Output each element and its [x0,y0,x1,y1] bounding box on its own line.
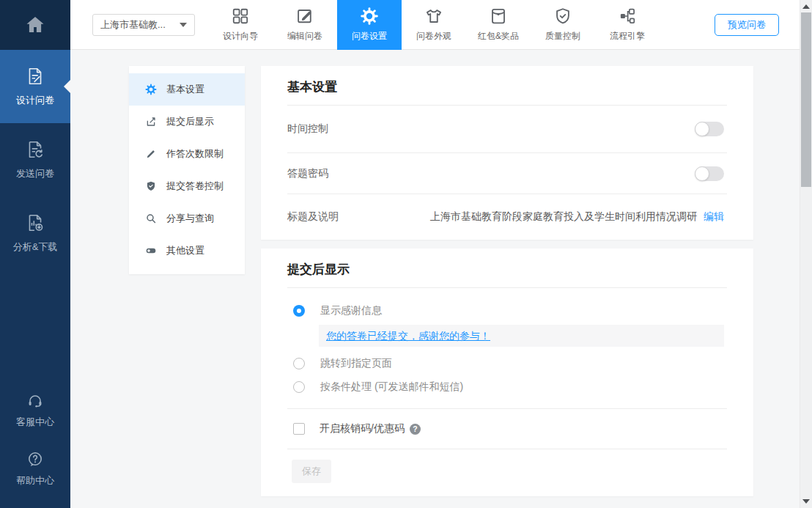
menu-item-after-submit[interactable]: 提交后显示 [129,106,245,138]
menu-item-label: 其他设置 [166,244,204,257]
main-column: 上海市基础教... 设计向导 编辑问卷 问卷设置 问卷外观 [70,0,800,508]
settings-panels: 基本设置 时间控制 答题密码 标题及说明 上海 [261,66,753,505]
survey-selector-dropdown[interactable]: 上海市基础教... [92,14,195,36]
tab-label: 质量控制 [545,30,580,43]
voucher-code-row: 开启核销码/优惠码 ? [261,409,753,449]
basic-settings-card: 基本设置 时间控制 答题密码 标题及说明 上海 [261,66,753,240]
app-window: 设计问卷 发送问卷 分析&下载 客服中心 帮助中心 [0,0,812,508]
tab-quality-control[interactable]: 质量控制 [531,0,595,50]
topbar-tabs: 设计向导 编辑问卷 问卷设置 问卷外观 红包&奖品 [208,0,660,50]
menu-item-label: 提交答卷控制 [166,180,224,193]
edit-title-link[interactable]: 编辑 [704,210,724,224]
password-toggle[interactable] [695,166,724,181]
option-thanks-message: 显示感谢信息 [293,304,724,317]
radio-thanks-message[interactable] [293,305,305,317]
toggle-knob [695,122,709,136]
tshirt-icon [424,7,443,26]
menu-item-other-settings[interactable]: 其他设置 [129,235,245,267]
after-submit-card: 提交后显示 显示感谢信息 您的答卷已经提交，感谢您的参与！ 跳转到指定页面 [261,249,753,496]
option-label: 跳转到指定页面 [320,357,392,370]
settings-menu: 基本设置 提交后显示 作答次数限制 提交答卷控制 分享与查询 [129,66,245,274]
title-description-label: 标题及说明 [287,210,339,224]
edit-icon [295,7,314,26]
voucher-code-label: 开启核销码/优惠码 [320,422,405,435]
sidebar-item-label: 帮助中心 [16,474,54,487]
scroll-up-button[interactable] [802,4,810,9]
sidebar-item-support[interactable]: 客服中心 [0,380,70,439]
tab-label: 编辑问卷 [287,30,322,43]
toggle-icon [145,245,157,257]
tab-label: 流程引擎 [610,30,645,43]
shield-check-icon [553,7,572,26]
thanks-message-link[interactable]: 您的答卷已经提交，感谢您的参与！ [326,330,490,342]
menu-item-label: 作答次数限制 [166,147,224,161]
tab-survey-settings[interactable]: 问卷设置 [337,0,402,50]
share-icon [145,116,157,128]
sidebar-item-analyze[interactable]: 分析&下载 [0,196,70,270]
option-label: 按条件处理 (可发送邮件和短信) [320,380,463,394]
question-pin-icon [26,450,45,469]
tab-edit-survey[interactable]: 编辑问卷 [273,0,337,50]
option-conditional: 按条件处理 (可发送邮件和短信) [293,380,724,394]
after-submit-title: 提交后显示 [261,249,753,287]
thanks-message-box: 您的答卷已经提交，感谢您的参与！ [319,325,724,347]
sidebar-item-label: 发送问卷 [16,167,54,180]
survey-title-value: 上海市基础教育阶段家庭教育投入及学生时间利用情况调研 [430,210,697,224]
tab-rewards[interactable]: 红包&奖品 [466,0,531,50]
time-control-row: 时间控制 [261,106,753,152]
shield-filled-icon [145,180,157,192]
option-label: 显示感谢信息 [320,304,382,317]
sidebar-item-label: 分析&下载 [13,240,58,254]
password-row: 答题密码 [261,153,753,194]
save-button[interactable]: 保存 [292,460,331,483]
save-row: 保存 [261,449,753,496]
tab-survey-appearance[interactable]: 问卷外观 [402,0,466,50]
content-area: 基本设置 提交后显示 作答次数限制 提交答卷控制 分享与查询 [70,50,800,508]
time-control-toggle[interactable] [695,122,724,136]
menu-item-submit-control[interactable]: 提交答卷控制 [129,170,245,202]
grid-icon [231,7,250,26]
sidebar-bottom: 客服中心 帮助中心 [0,380,70,508]
scrollbar-thumb[interactable] [801,12,811,187]
tab-design-wizard[interactable]: 设计向导 [208,0,273,50]
sidebar-item-design[interactable]: 设计问卷 [0,50,70,123]
menu-item-basic-settings[interactable]: 基本设置 [129,73,245,106]
tab-label: 问卷外观 [416,30,451,43]
menu-item-answer-limit[interactable]: 作答次数限制 [129,138,245,170]
pencil-icon [145,148,157,160]
survey-selector-value: 上海市基础教... [100,18,166,32]
tab-label: 设计向导 [223,30,258,43]
page-scrollbar[interactable] [800,0,812,508]
flow-icon [618,7,637,26]
radio-redirect-page[interactable] [293,358,305,369]
preview-survey-button[interactable]: 预览问卷 [715,14,779,36]
tab-flow-engine[interactable]: 流程引擎 [595,0,660,50]
headset-icon [26,391,45,411]
password-label: 答题密码 [287,167,328,180]
time-control-label: 时间控制 [287,122,328,136]
basic-settings-title: 基本设置 [261,66,753,105]
topbar: 上海市基础教... 设计向导 编辑问卷 问卷设置 问卷外观 [70,0,800,50]
menu-item-share-query[interactable]: 分享与查询 [129,202,245,235]
voucher-code-checkbox[interactable] [293,423,305,435]
home-button[interactable] [0,0,70,50]
help-icon[interactable]: ? [410,424,421,435]
sidebar-item-label: 设计问卷 [16,94,54,107]
caret-down-icon [180,23,187,27]
send-doc-icon [25,139,45,160]
menu-item-label: 基本设置 [166,83,204,96]
design-doc-icon [25,66,45,86]
sidebar-item-send[interactable]: 发送问卷 [0,123,70,196]
radio-conditional[interactable] [293,381,305,393]
search-icon [145,213,157,224]
sidebar-item-help[interactable]: 帮助中心 [0,439,70,498]
tab-label: 问卷设置 [352,30,387,43]
red-packet-icon [489,7,508,26]
toggle-knob [695,166,709,181]
analyze-doc-icon [25,213,45,233]
scroll-down-button[interactable] [802,499,810,504]
gear-icon [360,7,379,26]
option-redirect-page: 跳转到指定页面 [293,357,724,370]
after-submit-options: 显示感谢信息 您的答卷已经提交，感谢您的参与！ 跳转到指定页面 按条件处理 (可… [261,288,753,408]
main-sidebar: 设计问卷 发送问卷 分析&下载 客服中心 帮助中心 [0,0,70,508]
